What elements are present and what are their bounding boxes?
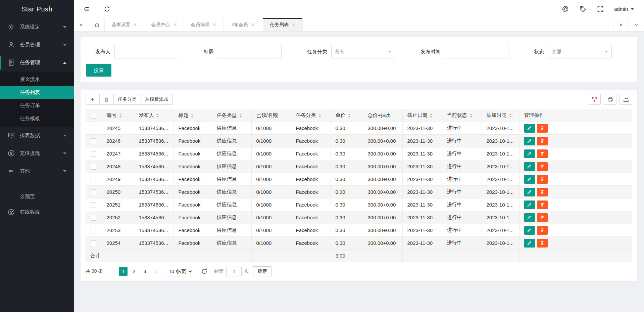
tab-Vip会员[interactable]: Vip会员✕ <box>224 18 263 31</box>
row-checkbox[interactable] <box>91 138 96 144</box>
发布时间-input[interactable] <box>445 45 508 58</box>
sidebar-item-任务订单[interactable]: 任务订单 <box>0 99 74 112</box>
sidebar-item-任务列表[interactable]: 任务列表 <box>0 86 74 99</box>
edit-button[interactable] <box>524 124 535 133</box>
page-size-select[interactable]: 10 条/页 <box>166 267 193 276</box>
sort-icon[interactable] <box>430 114 433 118</box>
sidebar-item-会员管理[interactable]: 会员管理 <box>0 36 74 54</box>
edit-button[interactable] <box>524 175 535 184</box>
column-header-截止日期[interactable]: 截止日期 <box>402 109 442 122</box>
delete-button[interactable] <box>537 137 548 145</box>
column-filter-button[interactable] <box>588 94 601 105</box>
home-tab[interactable] <box>89 18 105 31</box>
column-header-单价[interactable]: 单价 <box>331 109 363 122</box>
sidebar-item-任务模板[interactable]: 任务模板 <box>0 112 74 125</box>
column-header-发布人[interactable]: 发布人 <box>134 109 174 122</box>
theme-palette-icon[interactable] <box>562 5 569 13</box>
delete-button[interactable] <box>537 239 548 248</box>
edit-button[interactable] <box>524 226 535 235</box>
search-button[interactable]: 搜索 <box>86 64 111 77</box>
row-checkbox[interactable] <box>91 177 96 182</box>
page-number-1[interactable]: 1 <box>119 267 128 276</box>
sort-icon[interactable] <box>156 114 159 118</box>
refresh-icon[interactable] <box>103 5 111 13</box>
column-header-任务分类[interactable]: 任务分类 <box>291 109 331 122</box>
row-checkbox[interactable] <box>91 202 96 208</box>
delete-button[interactable] <box>537 213 548 222</box>
sidebar-item-其他[interactable]: 其他 <box>0 162 74 180</box>
sort-icon[interactable] <box>348 114 351 118</box>
tag-icon[interactable] <box>579 5 587 13</box>
select-all-checkbox[interactable] <box>91 113 96 119</box>
edit-button[interactable] <box>524 188 535 196</box>
column-header-任务类型[interactable]: 任务类型 <box>212 109 251 122</box>
row-checkbox[interactable] <box>91 240 96 246</box>
sort-icon[interactable] <box>318 114 321 118</box>
add-from-template-button[interactable]: 从模板添加 <box>141 94 173 105</box>
goto-page-input[interactable] <box>226 267 242 276</box>
column-header-添加时间[interactable]: 添加时间 <box>482 109 519 122</box>
edit-button[interactable] <box>524 239 535 248</box>
sidebar-item-充值提现[interactable]: 充值提现 <box>0 144 74 162</box>
export-button[interactable] <box>620 94 632 105</box>
delete-button[interactable] <box>537 188 548 196</box>
goto-confirm-button[interactable]: 确定 <box>253 266 272 276</box>
tab-基本设置[interactable]: 基本设置✕ <box>105 18 144 31</box>
page-number-2[interactable]: 2 <box>130 267 138 276</box>
row-checkbox[interactable] <box>91 126 96 131</box>
sort-icon[interactable] <box>469 114 472 118</box>
close-icon[interactable]: ✕ <box>213 22 216 27</box>
row-checkbox[interactable] <box>91 228 96 233</box>
close-icon[interactable]: ✕ <box>134 22 137 27</box>
sort-icon[interactable] <box>239 114 242 118</box>
fullscreen-icon[interactable] <box>597 5 604 13</box>
任务分类-select[interactable]: 所有 <box>331 45 395 58</box>
sort-icon[interactable] <box>119 114 122 118</box>
column-header-标题[interactable]: 标题 <box>174 109 212 122</box>
next-page-button[interactable]: › <box>152 267 160 276</box>
delete-button[interactable] <box>537 124 548 133</box>
page-number-3[interactable]: 3 <box>140 267 149 276</box>
sidebar-item-资金流水[interactable]: 资金流水 <box>0 73 74 86</box>
sidebar-item-系统设定[interactable]: 系统设定 <box>0 18 74 36</box>
close-icon[interactable]: ✕ <box>173 22 177 27</box>
close-icon[interactable]: ✕ <box>292 22 296 27</box>
tabs-scroll-right-button[interactable]: » <box>613 18 629 31</box>
pagination-refresh-icon[interactable] <box>201 268 208 275</box>
prev-page-button[interactable]: ‹ <box>107 267 116 276</box>
add-task-button[interactable]: + <box>86 94 100 105</box>
edit-button[interactable] <box>524 149 535 158</box>
row-checkbox[interactable] <box>91 164 96 170</box>
delete-selected-button[interactable] <box>100 94 114 105</box>
column-header-编号[interactable]: 编号 <box>102 109 134 122</box>
sort-icon[interactable] <box>191 114 194 118</box>
row-checkbox[interactable] <box>91 215 96 221</box>
edit-button[interactable] <box>524 213 535 222</box>
collapse-sidebar-icon[interactable] <box>83 5 90 13</box>
edit-button[interactable] <box>524 137 535 145</box>
delete-button[interactable] <box>537 200 548 209</box>
print-button[interactable] <box>604 94 616 105</box>
row-checkbox[interactable] <box>91 151 96 157</box>
tab-会员等级[interactable]: 会员等级✕ <box>184 18 224 31</box>
edit-button[interactable] <box>524 162 535 171</box>
close-icon[interactable]: ✕ <box>251 22 255 27</box>
标题-input[interactable] <box>218 45 282 58</box>
状态-select[interactable]: 全部 <box>548 45 612 58</box>
sidebar-item-在线客服[interactable]: 在线客服 <box>0 203 74 221</box>
sort-icon[interactable] <box>509 114 512 118</box>
tabs-scroll-left-button[interactable]: « <box>74 18 89 31</box>
row-checkbox[interactable] <box>91 189 96 195</box>
tab-会员中心[interactable]: 会员中心✕ <box>144 18 184 31</box>
delete-button[interactable] <box>537 226 548 235</box>
column-header-当前状态[interactable]: 当前状态 <box>442 109 482 122</box>
tabs-dropdown-button[interactable] <box>629 18 644 31</box>
edit-button[interactable] <box>524 200 535 209</box>
sidebar-item-任务管理[interactable]: 任务管理 <box>0 54 74 72</box>
delete-button[interactable] <box>537 162 548 171</box>
task-category-button[interactable]: 任务分类 <box>114 94 141 105</box>
delete-button[interactable] <box>537 149 548 158</box>
sidebar-item-余额宝[interactable]: 余额宝 <box>0 190 74 203</box>
发布人-input[interactable] <box>114 45 178 58</box>
sidebar-item-报表数据[interactable]: 报表数据 <box>0 127 74 144</box>
